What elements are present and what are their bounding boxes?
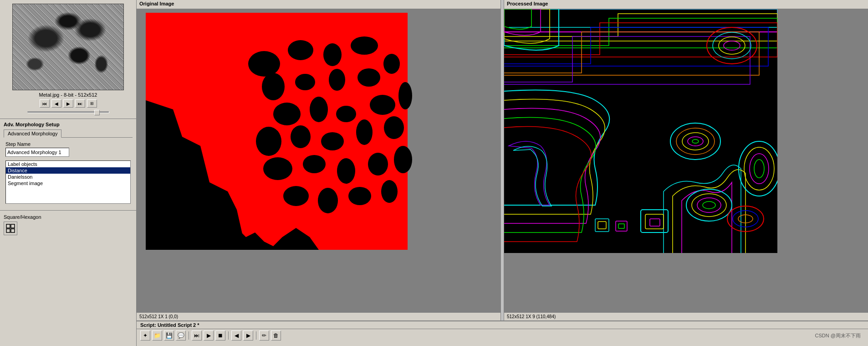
script-toolbar: ✦ 📁 💾 💬 ⏭ ▶ ⏹ ◀ ▶ ✏ 🗑 CSDN @周末不下雨 — [137, 329, 868, 342]
script-stop-button[interactable]: ⏹ — [215, 331, 225, 341]
original-status-bar: 512x512 1X 1 (0,0) — [137, 312, 500, 320]
sidebar-bottom: Square/Hexagon — [0, 211, 136, 239]
svg-rect-2 — [6, 229, 10, 232]
tab-advanced-morphology[interactable]: Advanced Morphology — [4, 129, 61, 138]
slider-thumb[interactable] — [94, 110, 100, 115]
svg-point-9 — [383, 54, 400, 74]
script-sep-2 — [228, 331, 229, 340]
processed-image-panel: Processed Image — [504, 0, 868, 320]
processed-status-text: 512x512 1X 9 (110,484) — [507, 314, 556, 319]
play-button[interactable]: ▶ — [63, 99, 73, 108]
step-name-label: Step Name — [5, 141, 131, 147]
sidebar: Metal.jpg - 8-bit - 512x512 ⏮ ◀ ▶ ⏭ ⊞ Ad… — [0, 0, 137, 346]
svg-point-29 — [283, 186, 309, 206]
thumbnail-blobs — [13, 4, 123, 90]
processed-status-bar: 512x512 1X 9 (110,484) — [504, 312, 868, 320]
main-area: Metal.jpg - 8-bit - 512x512 ⏮ ◀ ▶ ⏭ ⊞ Ad… — [0, 0, 868, 346]
svg-point-5 — [248, 51, 280, 77]
script-sep-3 — [256, 331, 256, 340]
svg-point-10 — [262, 73, 285, 100]
square-hexagon-button[interactable] — [4, 222, 17, 235]
svg-point-27 — [368, 153, 388, 176]
script-pencil-button[interactable]: ✏ — [259, 331, 269, 341]
svg-point-36 — [354, 221, 365, 230]
original-image-title: Original Image — [137, 0, 500, 9]
list-item-label-objects[interactable]: Label objects — [6, 161, 130, 167]
list-item-danielsson[interactable]: Danielsson — [6, 174, 130, 180]
sidebar-setup: Adv. Morphology Setup Advanced Morpholog… — [0, 119, 136, 211]
script-trash-button[interactable]: 🗑 — [271, 331, 281, 341]
first-frame-button[interactable]: ⏮ — [40, 99, 50, 108]
svg-point-22 — [356, 119, 373, 145]
thumbnail — [12, 4, 124, 90]
svg-point-13 — [357, 68, 380, 87]
original-image-panel: Original Image — [137, 0, 500, 320]
processed-image-title: Processed Image — [504, 0, 868, 9]
svg-point-16 — [336, 106, 356, 122]
processed-image-viewport[interactable] — [504, 9, 868, 312]
list-item-distance[interactable]: Distance — [6, 167, 130, 174]
grid-icon — [6, 224, 15, 233]
svg-point-32 — [381, 180, 398, 203]
svg-point-30 — [318, 188, 338, 213]
svg-point-8 — [351, 36, 378, 55]
svg-point-25 — [303, 155, 326, 173]
svg-point-12 — [329, 69, 345, 91]
sidebar-image-container: Metal.jpg - 8-bit - 512x512 ⏮ ◀ ▶ ⏭ ⊞ — [0, 0, 136, 119]
processed-image-svg — [504, 9, 777, 253]
svg-rect-3 — [11, 229, 15, 232]
script-watermark: CSDN @周末不下雨 — [815, 332, 864, 339]
svg-point-24 — [263, 157, 292, 180]
prev-frame-button[interactable]: ◀ — [51, 99, 61, 108]
svg-point-20 — [291, 125, 311, 148]
shape-label: Square/Hexagon — [4, 214, 133, 220]
svg-point-15 — [310, 97, 328, 122]
svg-point-6 — [288, 40, 313, 60]
svg-point-19 — [256, 127, 281, 156]
svg-rect-0 — [6, 224, 10, 228]
svg-point-26 — [337, 158, 355, 184]
slider-container — [27, 109, 109, 115]
svg-point-23 — [384, 116, 404, 139]
script-add-button[interactable]: ✦ — [140, 331, 150, 341]
script-comment-button[interactable]: 💬 — [176, 331, 186, 341]
script-prev-button[interactable]: ◀ — [231, 331, 241, 341]
svg-point-33 — [215, 239, 222, 244]
svg-point-18 — [398, 82, 412, 109]
step-name-input[interactable] — [5, 148, 69, 157]
snapshot-button[interactable]: ⊞ — [87, 99, 97, 108]
images-row: Original Image — [137, 0, 868, 320]
script-title: Script: Untitled Script 2 * — [137, 321, 868, 329]
script-save-button[interactable]: 💾 — [164, 331, 174, 341]
original-image-svg — [137, 9, 417, 253]
operation-list[interactable]: Label objects Distance Danielsson Segmen… — [5, 160, 131, 204]
original-status-text: 512x512 1X 1 (0,0) — [139, 314, 178, 319]
script-play-button[interactable]: ▶ — [204, 331, 214, 341]
tab-bar: Advanced Morphology — [4, 129, 133, 138]
panel-divider[interactable] — [500, 0, 504, 320]
svg-point-14 — [273, 103, 301, 125]
script-next-button[interactable]: ▶ — [243, 331, 253, 341]
script-sep-1 — [189, 331, 189, 340]
image-info: Metal.jpg - 8-bit - 512x512 — [39, 92, 97, 98]
script-play-step-button[interactable]: ⏭ — [192, 331, 202, 341]
svg-point-11 — [295, 74, 315, 90]
svg-point-35 — [342, 209, 359, 220]
list-item-segment-image[interactable]: Segment image — [6, 180, 130, 186]
setup-title: Adv. Morphology Setup — [4, 122, 133, 127]
thumbnail-bg — [13, 4, 123, 90]
svg-point-7 — [323, 43, 342, 66]
last-frame-button[interactable]: ⏭ — [75, 99, 85, 108]
script-folder-button[interactable]: 📁 — [152, 331, 162, 341]
svg-point-17 — [370, 95, 395, 115]
main-content: Original Image — [137, 0, 868, 346]
svg-point-31 — [348, 187, 371, 205]
script-bar: Script: Untitled Script 2 * ✦ 📁 💾 💬 ⏭ ▶ … — [137, 320, 868, 346]
svg-point-34 — [225, 229, 230, 236]
original-image-viewport[interactable] — [137, 9, 500, 312]
slider-track[interactable] — [27, 111, 109, 113]
setup-content: Step Name Label objects Distance Daniels… — [4, 138, 133, 207]
svg-point-21 — [321, 132, 344, 150]
playback-controls: ⏮ ◀ ▶ ⏭ ⊞ — [40, 99, 97, 108]
svg-rect-1 — [11, 224, 15, 228]
